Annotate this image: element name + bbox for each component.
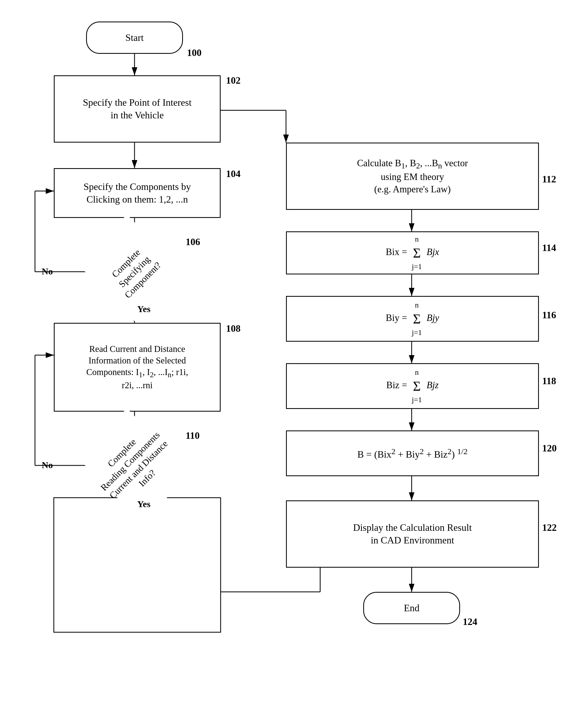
ref-112: 112 [542,173,556,185]
node-114: Bix = n Σ j=1 Bjx [286,231,539,274]
ref-124: 124 [463,616,477,628]
ref-118: 118 [542,375,556,386]
node-116: Biy = n Σ j=1 Bjy [286,296,539,342]
node-102-label: Specify the Point of Interestin the Vehi… [83,96,192,122]
node-122-label: Display the Calculation Resultin CAD Env… [353,521,472,547]
ref-106: 106 [186,236,200,247]
start-node: Start [86,21,183,54]
node-104-label: Specify the Components byClicking on the… [84,180,191,206]
node-118-label: Biz = n Σ j=1 Bjz [386,367,439,405]
ref-120: 120 [542,443,557,454]
node-104: Specify the Components byClicking on the… [54,168,221,218]
node-102: Specify the Point of Interestin the Vehi… [54,75,221,143]
ref-102: 102 [226,75,240,86]
yes-label-1: Yes [137,304,150,314]
yes-label-2: Yes [137,499,150,509]
ref-110: 110 [186,430,200,441]
node-120-label: B = (Bix2 + Biy2 + Biz2) 1/2 [357,446,467,461]
ref-122: 122 [542,522,557,533]
node-112-label: Calculate B1, B2, ...Bn vectorusing EM t… [357,157,468,196]
node-120: B = (Bix2 + Biy2 + Biz2) 1/2 [286,430,539,476]
no-label-2: No [42,460,53,470]
ref-100: 100 [187,47,202,58]
start-label: Start [125,31,144,44]
ref-116: 116 [542,309,556,321]
svg-rect-24 [54,498,221,632]
node-116-label: Biy = n Σ j=1 Bjy [386,300,439,337]
node-108: Read Current and DistanceInformation of … [54,323,221,412]
node-118: Biz = n Σ j=1 Bjz [286,363,539,409]
node-108-label: Read Current and DistanceInformation of … [86,343,188,391]
flowchart: Start 100 Specify the Point of Interesti… [0,0,572,728]
node-112: Calculate B1, B2, ...Bn vectorusing EM t… [286,143,539,210]
no-label-1: No [42,266,53,277]
node-122: Display the Calculation Resultin CAD Env… [286,500,539,568]
end-label: End [404,602,419,614]
node-114-label: Bix = n Σ j=1 Bjx [386,234,439,272]
ref-104: 104 [226,168,240,179]
ref-114: 114 [542,242,556,253]
end-node: End [363,592,460,624]
ref-108: 108 [226,323,240,334]
